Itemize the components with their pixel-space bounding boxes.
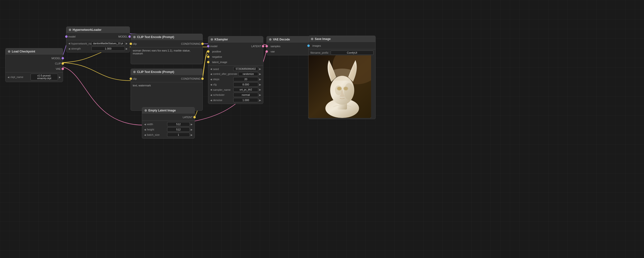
clip-pos-clip-port[interactable] <box>130 43 132 45</box>
vae-decode-vae-port[interactable] <box>266 50 268 53</box>
sampler-right[interactable]: ▶ <box>259 88 261 91</box>
load-checkpoint-node: Load Checkpoint MODEL CLIP VAE ◀ ckpt_na… <box>5 48 63 82</box>
strength-right[interactable]: ▶ <box>126 47 128 50</box>
width-value[interactable]: 512 <box>167 122 190 126</box>
ksampler-negative-row: negative <box>208 54 263 60</box>
control-right[interactable]: ▶ <box>259 73 261 75</box>
height-right[interactable]: ▶ <box>191 128 192 131</box>
steps-value[interactable]: 20 <box>233 77 258 81</box>
latent-out-port[interactable] <box>193 116 196 118</box>
save-image-title: Save Image <box>315 37 331 41</box>
hypernetwork-model-out-label: MODEL <box>118 35 128 38</box>
denoise-left[interactable]: ◀ <box>210 99 212 102</box>
ksampler-model-label: model <box>210 45 218 48</box>
hypernetwork-model-input: model MODEL <box>66 34 130 39</box>
sampler-name-field: ◀ sampler_name uni_pc_bh2 ▶ <box>208 87 263 92</box>
seed-right[interactable]: ▶ <box>259 68 261 70</box>
batch-right[interactable]: ▶ <box>191 134 192 136</box>
empty-latent-title: Empty Latent Image <box>148 109 176 112</box>
ksampler-negative-port[interactable] <box>207 56 210 58</box>
ckpt-left-arrow[interactable]: ◀ <box>8 76 10 79</box>
denoise-label: denoise <box>213 99 232 102</box>
empty-latent-header: Empty Latent Image <box>142 107 194 114</box>
batch-size-field: ◀ batch_size 1 ▶ <box>142 132 194 137</box>
height-label: height <box>147 128 166 131</box>
clip-pos-clip-label: clip <box>133 42 137 45</box>
denoise-field: ◀ denoise 1.000 ▶ <box>208 98 263 103</box>
steps-label: steps <box>213 78 232 81</box>
ckpt-value[interactable]: v1-5-pruned-emaonly.ckpt <box>30 74 58 80</box>
vae-decode-title: VAE Decode <box>273 38 290 41</box>
hypernetwork-loader-node: HypernetworkLoader model MODEL ◀ hyperne… <box>66 27 130 53</box>
cfg-left[interactable]: ◀ <box>210 83 212 86</box>
save-image-images-port[interactable] <box>307 45 310 47</box>
hypernetwork-model-in-port[interactable] <box>65 35 68 38</box>
strength-value[interactable]: 1.000 <box>92 47 125 51</box>
control-left[interactable]: ◀ <box>210 73 212 75</box>
clip-encode-neg-header: CLIP Text Encode (Prompt) <box>131 69 202 75</box>
hyper-name-right[interactable]: ▶ <box>126 42 128 45</box>
steps-left[interactable]: ◀ <box>210 78 212 81</box>
clip-output-port[interactable] <box>62 62 64 65</box>
control-after-field: ◀ control_after_generate randomize ▶ <box>208 72 263 77</box>
height-value[interactable]: 512 <box>167 127 190 132</box>
clip-pos-cond-port[interactable] <box>201 43 204 45</box>
clip-neg-cond-port[interactable] <box>201 78 204 80</box>
control-value[interactable]: randomize <box>238 72 258 76</box>
vae-decode-vae-label: vae <box>268 50 275 53</box>
clip-encode-pos-title: CLIP Text Encode (Prompt) <box>137 35 174 39</box>
clip-pos-text[interactable]: woman (fennec ears fox ears:1.1), marble… <box>131 48 202 56</box>
sampler-left[interactable]: ◀ <box>210 88 212 91</box>
save-image-node: Save Image images filename_prefix ComfyU… <box>308 36 376 119</box>
width-left[interactable]: ◀ <box>144 123 146 126</box>
batch-left[interactable]: ◀ <box>144 134 146 136</box>
clip-neg-clip-port[interactable] <box>130 78 132 80</box>
clip-neg-clip-row: clip CONDITIONING <box>131 76 202 81</box>
scheduler-value[interactable]: normal <box>233 93 258 97</box>
sampler-label: sampler_name <box>213 88 232 91</box>
strength-field: ◀ strength 1.000 ▶ <box>66 46 130 51</box>
batch-value[interactable]: 1 <box>167 133 190 137</box>
seed-value[interactable]: 572636856966402 <box>233 67 258 71</box>
ksampler-positive-row: positive <box>208 49 263 54</box>
seed-left[interactable]: ◀ <box>210 68 212 70</box>
ksampler-model-row: model LATENT <box>208 44 263 49</box>
sampler-value[interactable]: uni_pc_bh2 <box>233 88 258 92</box>
model-output-label: MODEL <box>52 57 61 60</box>
width-right[interactable]: ▶ <box>191 123 192 126</box>
ksampler-latent-in-row: latent_image <box>208 60 263 65</box>
scheduler-right[interactable]: ▶ <box>259 94 261 96</box>
cfg-value[interactable]: 8.000 <box>233 82 258 87</box>
load-checkpoint-title: Load Checkpoint <box>12 50 35 53</box>
load-checkpoint-header: Load Checkpoint <box>6 48 63 55</box>
ksampler-latent-in-label: latent_image <box>210 61 227 64</box>
clip-neg-text[interactable]: text, watermark <box>131 83 202 90</box>
ksampler-positive-port[interactable] <box>207 50 210 53</box>
strength-left[interactable]: ◀ <box>68 47 70 50</box>
ksampler-latent-port[interactable] <box>262 45 264 47</box>
ksampler-latent-in-port[interactable] <box>207 61 210 63</box>
height-left[interactable]: ◀ <box>144 128 146 131</box>
clip-encode-neg-node: CLIP Text Encode (Prompt) clip CONDITION… <box>130 69 203 111</box>
hyper-name-left[interactable]: ◀ <box>68 42 70 45</box>
filename-prefix-label: filename_prefix <box>310 51 330 54</box>
scheduler-left[interactable]: ◀ <box>210 94 212 96</box>
steps-right[interactable]: ▶ <box>259 78 261 81</box>
cfg-right[interactable]: ▶ <box>259 83 261 86</box>
model-output-port[interactable] <box>62 57 64 60</box>
ckpt-right-arrow[interactable]: ▶ <box>59 76 61 79</box>
width-field: ◀ width 512 ▶ <box>142 122 194 127</box>
vae-output-port[interactable] <box>62 68 64 70</box>
denoise-right[interactable]: ▶ <box>259 99 261 102</box>
hypernetwork-dot <box>69 29 71 31</box>
hyper-name-label: hypernetwork_name <box>71 42 90 45</box>
denoise-value[interactable]: 1.000 <box>233 98 258 102</box>
hyper-name-value[interactable]: dantionMarbleStatues_10.pt <box>92 41 125 46</box>
ckpt-label: ckpt_name <box>10 76 30 79</box>
filename-prefix-value[interactable]: ComfyUI <box>331 51 374 55</box>
empty-latent-dot <box>144 109 147 112</box>
vae-decode-samples-port[interactable] <box>266 45 268 47</box>
empty-latent-output-row: LATENT <box>142 115 194 120</box>
ksampler-model-port[interactable] <box>207 45 210 47</box>
scheduler-field: ◀ scheduler normal ▶ <box>208 92 263 98</box>
